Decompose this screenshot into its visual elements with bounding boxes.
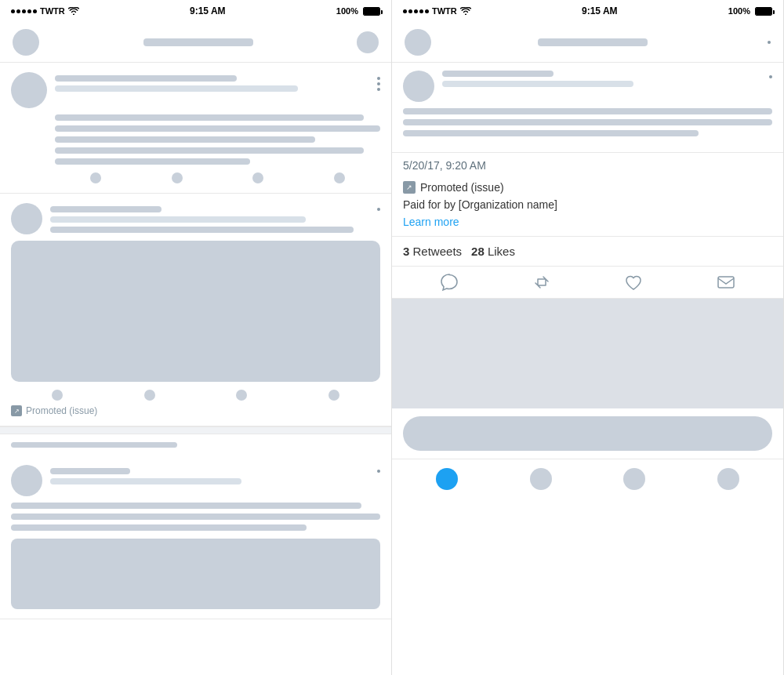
tweet-handle-3 <box>50 478 241 484</box>
right-battery-icon <box>755 7 772 16</box>
right-signal-dots <box>403 9 429 13</box>
feed-divider <box>0 426 391 434</box>
right-detail: 5/20/17, 9:20 AM ↗ Promoted (issue) Paid… <box>392 63 783 675</box>
tab-search[interactable] <box>530 468 552 490</box>
tweet-header-3 <box>11 465 380 496</box>
tweet-line-1e <box>55 158 250 165</box>
signal-dot-2 <box>16 9 20 13</box>
tweet-lines-1 <box>55 114 380 165</box>
tweet-meta-3 <box>50 465 369 496</box>
tweet-line-1d <box>55 147 364 154</box>
tweet-header-1 <box>11 72 380 108</box>
detail-avatar[interactable] <box>403 71 434 102</box>
feed-small-bar <box>0 434 391 455</box>
reply-btn-2[interactable] <box>52 390 63 401</box>
tab-notifications[interactable] <box>623 468 645 490</box>
tweet-avatar-2[interactable] <box>11 203 42 234</box>
detail-promoted-row: ↗ Promoted (issue) <box>403 181 772 194</box>
more-icon-1[interactable] <box>377 77 380 80</box>
right-phone: TWTR 9:15 AM 100% <box>392 0 784 675</box>
right-signal-dot-5 <box>425 9 429 13</box>
more-icon-1b <box>377 82 380 85</box>
signal-dot-5 <box>33 9 37 13</box>
tweet-handle-1 <box>55 85 298 92</box>
tweet-card-1 <box>0 63 391 194</box>
tweet-image-3 <box>11 539 380 609</box>
promoted-icon-2: ↗ <box>11 405 22 416</box>
promoted-label-2: ↗ Promoted (issue) <box>11 405 380 416</box>
tab-home[interactable] <box>436 468 458 490</box>
share-btn-2[interactable] <box>328 390 339 401</box>
right-nav-avatar[interactable] <box>405 29 431 56</box>
detail-lines <box>403 108 772 136</box>
tweet-card-3 <box>0 455 391 619</box>
tweet-line-3c <box>11 524 307 531</box>
left-carrier: TWTR <box>40 6 65 16</box>
retweets-num: 3 <box>403 245 409 258</box>
reply-input-bar[interactable] <box>403 416 772 451</box>
retweet-btn-1[interactable] <box>172 172 183 183</box>
detail-promoted-label: Promoted (issue) <box>420 181 504 194</box>
share-btn-1[interactable] <box>334 172 345 183</box>
tweet-meta-2 <box>50 203 369 234</box>
tweet-avatar-1[interactable] <box>11 72 47 108</box>
detail-content <box>392 102 783 152</box>
tweet-name-1 <box>55 75 237 82</box>
right-carrier: TWTR <box>432 6 457 16</box>
retweets-count: 3 Retweets <box>403 245 462 258</box>
left-nav-title <box>143 38 253 46</box>
left-nav-bar <box>0 22 391 63</box>
wifi-icon <box>68 7 79 15</box>
tab-messages[interactable] <box>717 468 739 490</box>
svg-rect-0 <box>718 277 734 288</box>
detail-meta <box>442 71 761 87</box>
tweet-line-1c <box>55 136 315 143</box>
detail-paid-by: Paid for by [Organization name] <box>392 197 783 214</box>
tweet-actions-2 <box>11 390 380 401</box>
retweet-btn-2[interactable] <box>144 390 155 401</box>
like-btn-1[interactable] <box>252 172 263 183</box>
reply-action-icon[interactable] <box>440 273 459 292</box>
likes-label: Likes <box>488 245 515 258</box>
detail-timestamp: 5/20/17, 9:20 AM <box>392 152 783 176</box>
detail-reply-image <box>392 299 783 408</box>
signal-dot-3 <box>22 9 26 13</box>
like-action-icon[interactable] <box>624 273 643 292</box>
more-icon-1c <box>377 88 380 91</box>
left-nav-action[interactable] <box>357 31 379 53</box>
learn-more-link[interactable]: Learn more <box>392 214 783 236</box>
detail-more-icon[interactable] <box>769 75 772 78</box>
left-feed: ↗ Promoted (issue) <box>0 63 391 675</box>
retweet-action-icon[interactable] <box>532 273 551 292</box>
left-battery-icon <box>363 7 380 16</box>
signal-dot-1 <box>11 9 15 13</box>
reply-btn-1[interactable] <box>90 172 101 183</box>
tweet-content-1 <box>55 114 380 183</box>
tweet-line-2a <box>50 227 354 233</box>
tweet-line-3a <box>11 503 361 509</box>
tweet-line-1a <box>55 114 364 121</box>
tweet-avatar-3[interactable] <box>11 465 42 496</box>
right-status-right: 100% <box>728 6 772 16</box>
right-status-bar: TWTR 9:15 AM 100% <box>392 0 783 22</box>
left-time: 9:15 AM <box>190 5 226 16</box>
right-nav-more[interactable] <box>753 34 771 51</box>
detail-handle <box>442 81 633 87</box>
retweets-label: Retweets <box>413 245 463 258</box>
tweet-line-3b <box>11 514 380 520</box>
right-battery-pct: 100% <box>728 6 750 16</box>
more-icon-2[interactable] <box>377 208 380 211</box>
detail-actions-row <box>392 266 783 299</box>
dm-action-icon[interactable] <box>717 273 735 292</box>
tweet-header-2 <box>11 203 380 234</box>
left-nav-avatar[interactable] <box>13 29 39 56</box>
right-signal-dot-3 <box>414 9 418 13</box>
tweet-name-3 <box>50 468 130 474</box>
like-btn-2[interactable] <box>236 390 247 401</box>
left-phone: TWTR 9:15 AM 100% <box>0 0 392 675</box>
detail-line-b <box>403 119 772 125</box>
right-wifi-icon <box>460 7 471 15</box>
right-tab-bar <box>392 459 783 498</box>
detail-promoted-icon: ↗ <box>403 181 416 194</box>
more-icon-3[interactable] <box>377 470 380 473</box>
